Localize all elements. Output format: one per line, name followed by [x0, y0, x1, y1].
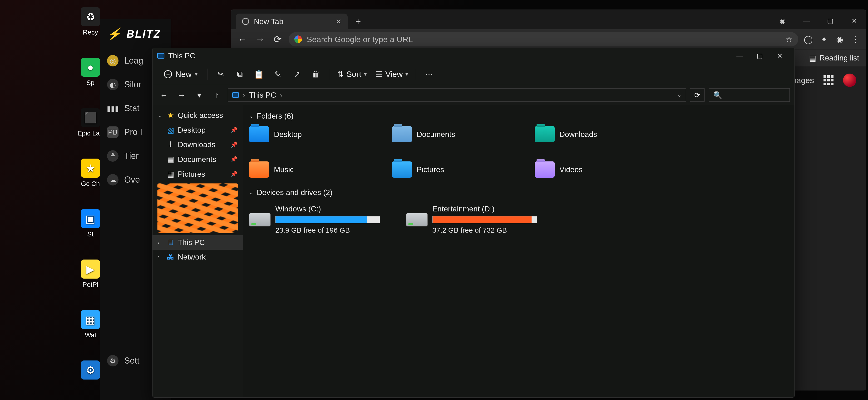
drive-d[interactable]: Entertainment (D:) 37.2 GB free of 732 G…	[406, 204, 547, 234]
nav-quick-access[interactable]: ⌄ ★ Quick access	[153, 108, 243, 123]
view-icon: ☰	[375, 69, 382, 79]
folder-desktop[interactable]: Desktop	[249, 126, 373, 142]
toolbar: ← → ⟳ Search Google or type a URL ☆ ◯ ✦ …	[231, 29, 866, 49]
navigation-pane: ⌄ ★ Quick access ▧Desktop📌 ⭳Downloads📌 ▤…	[153, 105, 243, 397]
folder-music[interactable]: Music	[249, 162, 373, 178]
search-box[interactable]: 🔍	[709, 88, 790, 102]
address-bar[interactable]: › This PC › ⌄	[228, 88, 686, 102]
explorer-titlebar[interactable]: This PC — ▢ ✕	[153, 48, 795, 63]
drive-icon	[406, 213, 428, 226]
chevron-down-icon: ⌄	[249, 113, 253, 119]
extension-icon[interactable]: ◯	[803, 34, 814, 45]
bookmark-star-icon[interactable]: ☆	[785, 34, 793, 44]
close-tab-icon[interactable]: ✕	[336, 18, 341, 26]
minimize-button[interactable]: —	[795, 12, 818, 29]
nav-network[interactable]: ›🖧Network	[153, 250, 243, 264]
omnibox[interactable]: Search Google or type a URL ☆	[289, 32, 798, 47]
new-button[interactable]: + New ▾	[158, 67, 203, 81]
desktop-folder-icon: ▧	[167, 125, 175, 135]
reload-button[interactable]: ⟳	[271, 33, 284, 46]
back-button[interactable]: ←	[236, 33, 249, 46]
group-drives-header[interactable]: ⌄ Devices and drives (2)	[248, 185, 790, 200]
nav-downloads[interactable]: ⭳Downloads📌	[153, 137, 243, 152]
google-apps-icon[interactable]	[824, 75, 834, 85]
reading-list-icon: ▤	[809, 54, 816, 63]
nav-history-dropdown[interactable]: ▾	[192, 88, 206, 102]
nav-forward-button[interactable]: →	[175, 88, 188, 102]
explorer-maximize-button[interactable]: ▢	[750, 49, 770, 63]
share-icon[interactable]: ↗	[288, 67, 306, 81]
folder-pictures[interactable]: Pictures	[392, 162, 516, 178]
chevron-down-icon: ▾	[405, 71, 408, 77]
cut-icon[interactable]: ✂	[212, 67, 229, 81]
folder-videos[interactable]: Videos	[535, 162, 658, 178]
account-avatar-icon[interactable]	[843, 74, 856, 87]
nav-documents[interactable]: ▤Documents📌	[153, 152, 243, 167]
nav-desktop[interactable]: ▧Desktop📌	[153, 123, 243, 137]
extension-spider-icon[interactable]: ◉	[834, 34, 845, 45]
plus-icon: +	[164, 70, 172, 78]
nav-pictures[interactable]: ▦Pictures📌	[153, 167, 243, 181]
pin-icon[interactable]: 📌	[230, 171, 238, 177]
pin-icon[interactable]: 📌	[230, 141, 238, 148]
folder-documents[interactable]: Documents	[392, 126, 516, 142]
this-pc-icon	[157, 53, 164, 59]
command-bar: + New ▾ ✂ ⧉ 📋 ✎ ↗ 🗑 ⇅ Sort ▾ ☰ View ▾ ⋯	[153, 63, 795, 85]
copy-icon[interactable]: ⧉	[231, 67, 248, 81]
folder-icon	[249, 162, 269, 178]
blitz-logo[interactable]: ⚡ BLITZ	[100, 19, 171, 49]
paste-icon[interactable]: 📋	[250, 67, 268, 81]
chrome-menu-icon[interactable]: ⋮	[850, 34, 861, 45]
chevron-down-icon[interactable]: ⌄	[158, 112, 163, 118]
rename-icon[interactable]: ✎	[269, 67, 286, 81]
search-icon: 🔍	[713, 91, 722, 99]
tab-strip: New Tab ✕ ＋ ◉ — ▢ ✕	[231, 10, 866, 29]
maximize-button[interactable]: ▢	[818, 12, 842, 29]
nav-up-button[interactable]: ↑	[210, 88, 223, 102]
nav-back-button[interactable]: ←	[157, 88, 170, 102]
folder-icon	[392, 126, 412, 142]
explorer-minimize-button[interactable]: —	[730, 49, 750, 63]
profile-pill-icon[interactable]: ◉	[771, 12, 795, 29]
browser-tab[interactable]: New Tab ✕	[236, 13, 348, 29]
document-icon: ▤	[167, 155, 175, 164]
forward-button[interactable]: →	[253, 33, 267, 46]
pictures-icon: ▦	[167, 170, 175, 178]
star-icon: ★	[167, 111, 175, 120]
folder-icon	[535, 162, 555, 178]
folder-downloads[interactable]: Downloads	[535, 126, 658, 142]
explorer-close-button[interactable]: ✕	[770, 49, 790, 63]
delete-icon[interactable]: 🗑	[307, 67, 324, 81]
view-button[interactable]: ☰ View ▾	[372, 69, 411, 79]
chevron-right-icon[interactable]: ›	[158, 254, 163, 260]
window-title: This PC	[168, 51, 195, 60]
this-pc-icon: 🖥	[167, 238, 175, 247]
sort-icon: ⇅	[337, 69, 344, 79]
close-window-button[interactable]: ✕	[842, 12, 866, 29]
pin-icon[interactable]: 📌	[230, 127, 238, 133]
bolt-icon: ⚡	[107, 27, 122, 41]
window-controls: ◉ — ▢ ✕	[771, 12, 866, 29]
pin-icon[interactable]: 📌	[230, 156, 238, 163]
group-folders-header[interactable]: ⌄ Folders (6)	[248, 108, 790, 124]
chevron-right-icon[interactable]: ›	[158, 239, 163, 246]
breadcrumb-segment[interactable]: This PC	[249, 91, 276, 99]
drive-icon	[249, 213, 271, 226]
file-explorer-window: This PC — ▢ ✕ + New ▾ ✂ ⧉ 📋 ✎ ↗ 🗑 ⇅ Sort…	[152, 48, 795, 398]
chevron-down-icon: ▾	[195, 71, 197, 77]
this-pc-icon	[232, 92, 239, 97]
folder-icon	[249, 126, 269, 142]
content-view: ⌄ Folders (6) Desktop Documents Download…	[243, 105, 795, 397]
drive-c[interactable]: Windows (C:) 23.9 GB free of 196 GB	[249, 204, 390, 234]
reading-list-button[interactable]: ▤Reading list	[809, 54, 859, 63]
more-icon[interactable]: ⋯	[421, 67, 438, 81]
redacted-area	[157, 183, 238, 233]
globe-icon	[242, 18, 249, 25]
chevron-down-icon[interactable]: ⌄	[677, 92, 681, 98]
new-tab-button[interactable]: ＋	[352, 15, 364, 27]
sort-button[interactable]: ⇅ Sort ▾	[334, 69, 370, 79]
chevron-down-icon: ⌄	[249, 190, 253, 196]
extensions-puzzle-icon[interactable]: ✦	[818, 34, 830, 45]
nav-this-pc[interactable]: ›🖥This PC	[153, 235, 243, 250]
refresh-button[interactable]: ⟳	[690, 88, 705, 102]
